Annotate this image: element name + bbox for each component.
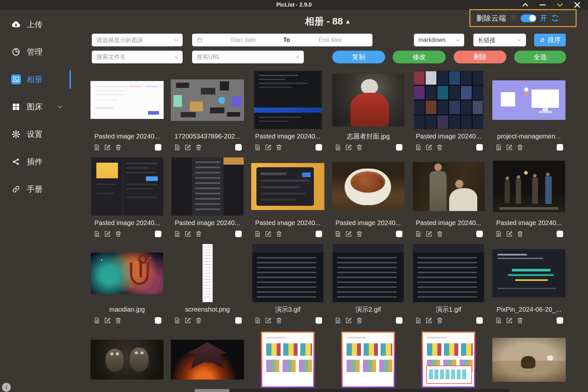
sidebar-item-picbed[interactable]: 图床 — [0, 93, 75, 121]
close-icon[interactable] — [573, 1, 581, 9]
select-checkbox[interactable] — [155, 317, 161, 324]
copy-icon[interactable] — [173, 230, 181, 237]
image-thumbnail[interactable] — [492, 249, 565, 297]
edit-icon[interactable] — [184, 230, 191, 237]
delete-icon[interactable] — [356, 317, 363, 324]
image-thumbnail[interactable] — [332, 162, 404, 211]
sidebar-item-manage[interactable]: 管理 — [0, 38, 75, 66]
modify-button[interactable]: 修改 — [393, 51, 446, 63]
edit-icon[interactable] — [425, 230, 433, 237]
image-thumbnail[interactable] — [90, 340, 164, 380]
edit-icon[interactable] — [345, 144, 352, 151]
sidebar-item-settings[interactable]: 设置 — [0, 121, 75, 148]
image-thumbnail[interactable] — [254, 71, 322, 129]
search-url-input[interactable] — [197, 54, 295, 60]
edit-icon[interactable] — [506, 144, 513, 151]
sidebar-item-upload[interactable]: 上传 — [0, 11, 75, 38]
image-thumbnail[interactable] — [422, 332, 475, 388]
edit-icon[interactable] — [265, 230, 272, 237]
image-thumbnail[interactable] — [413, 162, 485, 211]
delete-icon[interactable] — [516, 144, 524, 151]
image-thumbnail[interactable] — [90, 81, 164, 119]
delete-icon[interactable] — [436, 144, 443, 151]
end-date-input[interactable] — [293, 37, 368, 43]
edit-icon[interactable] — [265, 317, 272, 324]
select-checkbox[interactable] — [557, 231, 563, 237]
start-date-input[interactable] — [205, 37, 281, 43]
select-checkbox[interactable] — [235, 317, 242, 324]
select-checkbox[interactable] — [476, 144, 483, 151]
image-thumbnail[interactable] — [171, 79, 244, 121]
image-thumbnail[interactable] — [252, 244, 323, 302]
delete-icon[interactable] — [356, 230, 363, 237]
select-checkbox[interactable] — [155, 231, 161, 237]
delete-icon[interactable] — [436, 230, 443, 237]
sidebar-item-plugins[interactable]: 插件 — [0, 148, 75, 175]
clear-icon[interactable] — [295, 55, 300, 59]
search-filename-input[interactable] — [96, 54, 174, 60]
copy-icon[interactable] — [334, 317, 341, 324]
image-thumbnail[interactable] — [332, 74, 404, 126]
edit-icon[interactable] — [265, 144, 272, 151]
select-checkbox[interactable] — [557, 144, 563, 151]
sidebar-item-manual[interactable]: 手册 — [0, 175, 75, 203]
image-thumbnail[interactable] — [261, 332, 315, 388]
copy-icon[interactable] — [495, 144, 502, 151]
edit-icon[interactable] — [506, 230, 513, 237]
copy-icon[interactable] — [254, 144, 261, 151]
image-thumbnail[interactable] — [413, 244, 484, 302]
delete-icon[interactable] — [356, 144, 363, 151]
copy-icon[interactable] — [254, 317, 261, 324]
copy-icon[interactable] — [334, 230, 341, 237]
delete-icon[interactable] — [115, 144, 122, 151]
copy-icon[interactable] — [415, 144, 422, 151]
delete-icon[interactable] — [195, 317, 202, 324]
delete-icon[interactable] — [195, 144, 202, 151]
image-thumbnail[interactable] — [493, 161, 565, 212]
select-checkbox[interactable] — [396, 231, 402, 237]
delete-icon[interactable] — [436, 317, 443, 324]
link-type-select[interactable]: 长链接 — [473, 34, 526, 46]
info-badge-icon[interactable]: i — [2, 383, 11, 392]
select-checkbox[interactable] — [316, 144, 322, 151]
select-checkbox[interactable] — [316, 317, 322, 324]
edit-icon[interactable] — [104, 317, 111, 324]
select-all-button[interactable]: 全选 — [514, 51, 566, 63]
date-range-picker[interactable]: To — [192, 34, 372, 46]
delete-button[interactable]: 删除 — [454, 51, 506, 63]
select-checkbox[interactable] — [396, 144, 402, 151]
edit-icon[interactable] — [104, 230, 111, 237]
format-select[interactable]: markdown — [414, 34, 464, 46]
image-thumbnail[interactable] — [171, 340, 244, 380]
image-thumbnail[interactable] — [91, 157, 163, 216]
delete-icon[interactable] — [115, 317, 122, 324]
image-thumbnail[interactable] — [492, 338, 566, 382]
edit-icon[interactable] — [184, 317, 191, 324]
chevron-down-icon[interactable] — [556, 1, 564, 9]
delete-icon[interactable] — [115, 230, 122, 237]
edit-icon[interactable] — [506, 317, 513, 324]
delete-icon[interactable] — [275, 230, 283, 237]
image-thumbnail[interactable] — [414, 71, 483, 129]
edit-icon[interactable] — [345, 317, 352, 324]
select-checkbox[interactable] — [155, 144, 161, 151]
select-checkbox[interactable] — [235, 231, 242, 237]
select-checkbox[interactable] — [316, 231, 322, 237]
select-checkbox[interactable] — [235, 144, 242, 151]
image-thumbnail[interactable] — [91, 253, 163, 294]
delete-icon[interactable] — [516, 317, 524, 324]
album-title[interactable]: 相册 - 88▲ — [87, 15, 569, 28]
copy-icon[interactable] — [495, 230, 502, 237]
edit-icon[interactable] — [184, 144, 191, 151]
minimize-icon[interactable] — [538, 1, 547, 9]
edit-icon[interactable] — [425, 317, 433, 324]
copy-icon[interactable] — [415, 317, 422, 324]
select-checkbox[interactable] — [476, 231, 483, 237]
delete-icon[interactable] — [195, 230, 202, 237]
image-thumbnail[interactable] — [333, 244, 404, 302]
copy-icon[interactable] — [93, 230, 100, 237]
delete-icon[interactable] — [275, 144, 283, 151]
image-thumbnail[interactable] — [172, 157, 244, 216]
edit-icon[interactable] — [425, 144, 433, 151]
bottom-scrollbar-thumb[interactable] — [195, 389, 229, 392]
